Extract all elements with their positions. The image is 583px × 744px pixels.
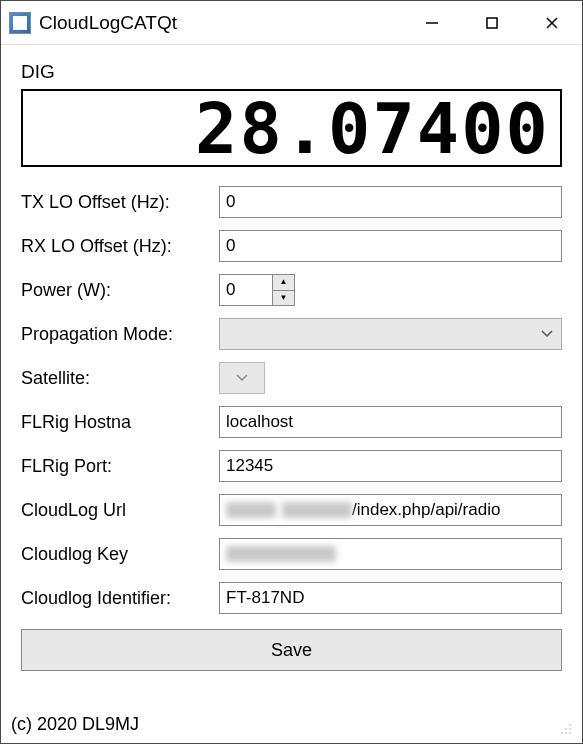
row-tx-lo-offset: TX LO Offset (Hz): (21, 185, 562, 219)
main-window: CloudLogCATQt DIG 28.07400 TX LO Offset … (0, 0, 583, 744)
select-propagation-mode[interactable] (219, 318, 562, 350)
footer: (c) 2020 DL9MJ (1, 706, 582, 743)
cloudlog-url-suffix: /index.php/api/radio (352, 500, 500, 520)
chevron-down-icon (236, 374, 248, 382)
svg-point-8 (561, 732, 563, 734)
chevron-down-icon (541, 330, 553, 338)
svg-text:28.07400: 28.07400 (195, 97, 550, 159)
input-cloudlog-key[interactable] (219, 538, 562, 570)
label-cloudlog-key: Cloudlog Key (21, 544, 219, 565)
svg-point-10 (569, 732, 571, 734)
label-flrig-hostname: FLRig Hostna (21, 412, 219, 433)
resize-grip-icon[interactable] (558, 721, 572, 735)
power-decrement-button[interactable]: ▼ (273, 291, 294, 306)
row-rx-lo-offset: RX LO Offset (Hz): (21, 229, 562, 263)
svg-rect-1 (487, 18, 497, 28)
window-controls (402, 1, 582, 44)
input-cloudlog-identifier[interactable] (219, 582, 562, 614)
label-flrig-port: FLRig Port: (21, 456, 219, 477)
content-area: DIG 28.07400 TX LO Offset (Hz): RX LO Of… (1, 45, 582, 706)
label-power: Power (W): (21, 280, 219, 301)
label-cloudlog-url: CloudLog Url (21, 500, 219, 521)
copyright-text: (c) 2020 DL9MJ (11, 714, 139, 735)
close-button[interactable] (522, 1, 582, 44)
label-rx-lo-offset: RX LO Offset (Hz): (21, 236, 219, 257)
spinner-power: ▲ ▼ (219, 274, 295, 306)
label-cloudlog-identifier: Cloudlog Identifier: (21, 588, 219, 609)
label-satellite: Satellite: (21, 368, 219, 389)
maximize-button[interactable] (462, 1, 522, 44)
minimize-button[interactable] (402, 1, 462, 44)
minimize-icon (425, 16, 439, 30)
mode-label: DIG (21, 61, 562, 83)
row-power: Power (W): ▲ ▼ (21, 273, 562, 307)
svg-point-9 (565, 732, 567, 734)
maximize-icon (485, 16, 499, 30)
input-power[interactable] (219, 274, 273, 306)
power-increment-button[interactable]: ▲ (273, 275, 294, 291)
row-cloudlog-key: Cloudlog Key (21, 537, 562, 571)
row-satellite: Satellite: (21, 361, 562, 395)
frequency-display: 28.07400 (21, 89, 562, 167)
row-cloudlog-identifier: Cloudlog Identifier: (21, 581, 562, 615)
row-propagation-mode: Propagation Mode: (21, 317, 562, 351)
label-propagation-mode: Propagation Mode: (21, 324, 219, 345)
window-title: CloudLogCATQt (39, 12, 402, 34)
row-flrig-port: FLRig Port: (21, 449, 562, 483)
spinner-buttons: ▲ ▼ (273, 274, 295, 306)
close-icon (545, 16, 559, 30)
input-tx-lo-offset[interactable] (219, 186, 562, 218)
row-cloudlog-url: CloudLog Url /index.php/api/radio (21, 493, 562, 527)
save-button[interactable]: Save (21, 629, 562, 671)
input-flrig-hostname[interactable] (219, 406, 562, 438)
label-tx-lo-offset: TX LO Offset (Hz): (21, 192, 219, 213)
frequency-readout: 28.07400 (180, 97, 552, 159)
app-icon (9, 12, 31, 34)
input-cloudlog-url[interactable]: /index.php/api/radio (219, 494, 562, 526)
row-flrig-hostname: FLRig Hostna (21, 405, 562, 439)
svg-point-7 (569, 728, 571, 730)
svg-point-6 (565, 728, 567, 730)
titlebar: CloudLogCATQt (1, 1, 582, 45)
select-satellite[interactable] (219, 362, 265, 394)
svg-point-5 (569, 724, 571, 726)
input-flrig-port[interactable] (219, 450, 562, 482)
input-rx-lo-offset[interactable] (219, 230, 562, 262)
